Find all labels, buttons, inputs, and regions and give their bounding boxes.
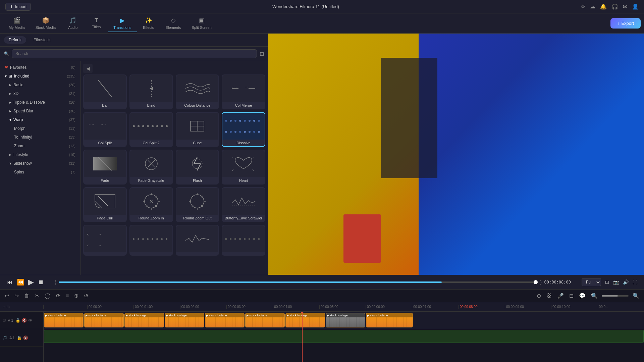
tab-split-screen[interactable]: ▣ Split Screen bbox=[186, 15, 217, 32]
grid-view-icon[interactable]: ⊞ bbox=[260, 51, 264, 57]
transition-card-fade-grayscale[interactable]: Fade Grayscale bbox=[129, 150, 173, 185]
transition-card-round-zoom-out[interactable]: Round Zoom Out bbox=[176, 187, 219, 222]
delete-button[interactable]: 🗑 bbox=[23, 292, 31, 300]
more-button[interactable]: ↺ bbox=[83, 292, 90, 300]
transition-card-blind[interactable]: Blind bbox=[129, 74, 173, 109]
panel-tab-default[interactable]: Default bbox=[4, 36, 26, 44]
sidebar-item-speed-blur[interactable]: ▸ Speed Blur (36) bbox=[0, 107, 80, 115]
adjust-button[interactable]: ≡ bbox=[64, 292, 70, 300]
clip-2[interactable]: ▶stock footage bbox=[84, 313, 124, 327]
user-icon[interactable]: 👤 bbox=[632, 3, 639, 10]
sidebar-item-warp[interactable]: ▾ Warp (37) bbox=[0, 115, 80, 124]
zoom-slider-track[interactable] bbox=[602, 295, 629, 297]
export-button[interactable]: ↑ Export bbox=[610, 18, 641, 29]
tab-titles[interactable]: T Titles bbox=[85, 15, 108, 32]
transition-card-dissolve[interactable]: Dissolve bbox=[222, 112, 265, 147]
transition-card-cube[interactable]: ← → Cube bbox=[176, 112, 219, 147]
clip-4[interactable]: ▶stock footage bbox=[165, 313, 204, 327]
fit-button[interactable]: ⊟ bbox=[568, 292, 575, 300]
mail-icon[interactable]: ✉ bbox=[623, 3, 627, 10]
zoom-in-button[interactable]: 🔍 bbox=[631, 292, 641, 300]
tab-effects[interactable]: ✨ Effects bbox=[137, 15, 160, 32]
sidebar-item-spins[interactable]: Spins (7) bbox=[0, 168, 80, 176]
snap-button[interactable]: ⊙ bbox=[535, 292, 542, 300]
transition-card-heart[interactable]: ↖ ↗ ↙ ↘ Heart bbox=[222, 150, 265, 185]
cloud-icon[interactable]: ☁ bbox=[590, 3, 595, 10]
progress-track[interactable] bbox=[59, 281, 537, 283]
tab-my-media[interactable]: 🎬 My Media bbox=[3, 15, 30, 32]
transition-card-extra1[interactable]: ↖ ↗ ↙ ↘ bbox=[83, 225, 127, 256]
transition-card-flash[interactable]: Flash bbox=[176, 150, 219, 185]
scroll-left-button[interactable]: ◀ bbox=[83, 64, 93, 73]
track-v1-mute[interactable]: 🔇 bbox=[22, 318, 27, 323]
redo-button[interactable]: ↪ bbox=[13, 292, 20, 300]
sidebar-item-3d[interactable]: ▸ 3D (21) bbox=[0, 89, 80, 98]
transition-card-page-curl[interactable]: Page Curl bbox=[83, 187, 127, 222]
transition-card-round-zoom-in[interactable]: Round Zoom In bbox=[129, 187, 173, 222]
clip-8[interactable]: ▶stock footage bbox=[326, 313, 365, 327]
transition-card-col-split[interactable]: ← → → ← Col Split bbox=[83, 112, 127, 147]
settings-icon[interactable]: ⚙ bbox=[581, 3, 585, 10]
transition-card-fade[interactable]: Fade bbox=[83, 150, 127, 185]
transition-card-colour-distance[interactable]: Colour Distance bbox=[176, 74, 219, 109]
sidebar-item-ripple[interactable]: ▸ Ripple & Dissolve (16) bbox=[0, 98, 80, 107]
sidebar-item-to-infinity[interactable]: To Infinity! (13) bbox=[0, 133, 80, 142]
sidebar-item-lifestyle[interactable]: ▸ Lifestyle (19) bbox=[0, 150, 80, 159]
skip-back-button[interactable]: ⏮ bbox=[7, 279, 13, 286]
sidebar-item-zoom[interactable]: Zoom (13) bbox=[0, 142, 80, 150]
step-back-button[interactable]: ⏪ bbox=[17, 278, 24, 286]
transition-card-extra4[interactable] bbox=[222, 225, 265, 256]
transition-label-round-zoom-out: Round Zoom Out bbox=[176, 215, 219, 221]
sidebar-item-morph[interactable]: Morph (11) bbox=[0, 124, 80, 133]
layout-icon[interactable]: ⊡ bbox=[605, 279, 609, 285]
sidebar-item-basic[interactable]: ▸ Basic (20) bbox=[0, 81, 80, 89]
clip-3[interactable]: ▶stock footage bbox=[124, 313, 164, 327]
clip-6[interactable]: ▶stock footage bbox=[245, 313, 285, 327]
undo-button[interactable]: ↩ bbox=[3, 292, 10, 300]
import-button[interactable]: ⬆ Import bbox=[5, 3, 31, 11]
magnet-button[interactable]: ⊕ bbox=[6, 305, 10, 309]
sidebar-item-slideshow[interactable]: ▾ Slideshow (31) bbox=[0, 159, 80, 168]
screenshot-icon[interactable]: 📷 bbox=[613, 279, 619, 285]
panel-tab-filmstock[interactable]: Filmstock bbox=[29, 36, 55, 44]
stop-button[interactable]: ⏹ bbox=[38, 279, 44, 286]
search-input[interactable] bbox=[12, 49, 257, 58]
clip-9[interactable]: ▶stock footage bbox=[366, 313, 413, 327]
clip-7[interactable]: ▶stock footage bbox=[285, 313, 325, 327]
track-a1-lock[interactable]: 🔒 bbox=[17, 335, 22, 340]
playhead[interactable] bbox=[302, 312, 303, 362]
track-a1-mute[interactable]: 🔇 bbox=[23, 335, 28, 340]
tab-transitions[interactable]: ▶ Transitions bbox=[108, 15, 137, 32]
transition-card-col-split-2[interactable]: Col Split 2 bbox=[129, 112, 173, 147]
volume-icon[interactable]: 🔊 bbox=[623, 279, 629, 285]
link-button[interactable]: ⛓ bbox=[545, 292, 553, 300]
quality-select[interactable]: Full 1/2 1/4 bbox=[582, 278, 601, 286]
transition-card-bar[interactable]: Bar bbox=[83, 74, 127, 109]
fullscreen-icon[interactable]: ⛶ bbox=[633, 279, 637, 285]
transition-card-extra3[interactable] bbox=[176, 225, 219, 256]
tab-elements[interactable]: ◇ Elements bbox=[160, 15, 186, 32]
track-v1-lock[interactable]: 🔒 bbox=[15, 318, 20, 323]
history-button[interactable]: ⟳ bbox=[55, 292, 62, 300]
sidebar-item-included[interactable]: ▾ ⊞ Included (235) bbox=[0, 72, 80, 81]
audio-clip[interactable] bbox=[44, 330, 644, 343]
stabilize-button[interactable]: ⊕ bbox=[73, 292, 80, 300]
tab-stock-media[interactable]: 📦 Stock Media bbox=[30, 15, 61, 32]
clip-5[interactable]: ▶stock footage bbox=[205, 313, 245, 327]
play-button[interactable]: ▶ bbox=[28, 278, 34, 287]
subtitle-button[interactable]: 💬 bbox=[578, 292, 587, 300]
transition-card-col-merge[interactable]: ←→ →← Col Merge bbox=[222, 74, 265, 109]
mask-button[interactable]: ◯ bbox=[43, 292, 52, 300]
sidebar-item-favorites[interactable]: ❤ Favorites (0) bbox=[0, 63, 80, 72]
mic-button[interactable]: 🎤 bbox=[556, 292, 565, 300]
cut-button[interactable]: ✂ bbox=[34, 292, 41, 300]
add-track-button[interactable]: + bbox=[3, 305, 5, 309]
notification-icon[interactable]: 🔔 bbox=[600, 3, 607, 10]
clip-1[interactable]: ▶stock footage bbox=[44, 313, 84, 327]
track-v1-hide[interactable]: 👁 bbox=[28, 318, 32, 323]
zoom-out-button[interactable]: 🔍 bbox=[590, 292, 599, 300]
headset-icon[interactable]: 🎧 bbox=[611, 3, 618, 10]
transition-card-extra2[interactable] bbox=[129, 225, 173, 256]
tab-audio[interactable]: 🎵 Audio bbox=[61, 15, 85, 32]
transition-card-butterfly[interactable]: Butterfly...ave Scrawler bbox=[222, 187, 265, 222]
